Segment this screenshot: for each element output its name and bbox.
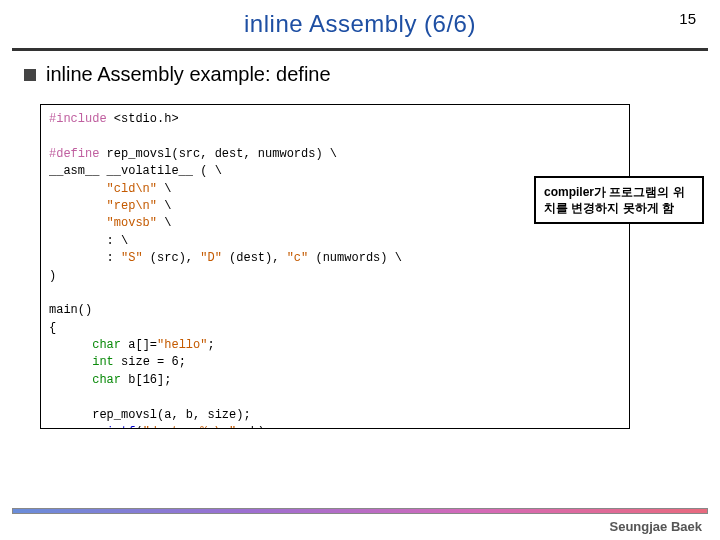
code-token: char xyxy=(92,373,121,387)
code-token: a[]= xyxy=(121,338,157,352)
code-token: : xyxy=(49,234,121,248)
header-rule xyxy=(12,48,708,51)
code-token xyxy=(49,355,92,369)
code-token: <stdio.h> xyxy=(107,112,179,126)
author-name: Seungjae Baek xyxy=(610,519,703,534)
code-token: \ xyxy=(395,251,402,265)
code-token: \ xyxy=(157,182,171,196)
code-box: #include <stdio.h> #define rep_movsl(src… xyxy=(40,104,630,429)
code-token: : xyxy=(49,251,121,265)
code-token: \ xyxy=(157,199,171,213)
code-token: ( xyxy=(135,425,142,429)
code-token: int xyxy=(92,355,114,369)
code-token: __asm__ __volatile__ ( xyxy=(49,164,215,178)
code-token xyxy=(49,373,92,387)
bullet-text: inline Assembly example: define xyxy=(46,63,331,86)
code-token: "hello" xyxy=(157,338,207,352)
callout-box: compiler가 프로그램의 위치를 변경하지 못하게 함 xyxy=(534,176,704,224)
code-token: , b); xyxy=(236,425,272,429)
code-token: "D" xyxy=(200,251,222,265)
code-line: ) xyxy=(49,269,56,283)
slide-title: inline Assembly (6/6) xyxy=(0,0,720,38)
code-token: "cld\n" xyxy=(107,182,157,196)
code-token: printf xyxy=(92,425,135,429)
code-token: \ xyxy=(157,216,171,230)
page-number: 15 xyxy=(679,10,696,27)
slide: inline Assembly (6/6) 15 inline Assembly… xyxy=(0,0,720,540)
code-line: rep_movsl(a, b, size); xyxy=(49,408,251,422)
callout-text: compiler가 프로그램의 위치를 변경하지 못하게 함 xyxy=(544,185,685,215)
code-token: \ xyxy=(121,234,128,248)
code-token xyxy=(49,425,92,429)
code-token xyxy=(49,199,107,213)
code-token: ; xyxy=(207,338,214,352)
code-token: #define xyxy=(49,147,99,161)
code-token: (dest), xyxy=(222,251,287,265)
code-token xyxy=(49,338,92,352)
code-token: char xyxy=(92,338,121,352)
code-token: "dest = %s\n" xyxy=(143,425,237,429)
code-token: #include xyxy=(49,112,107,126)
code-line: { xyxy=(49,321,56,335)
bullet-row: inline Assembly example: define xyxy=(24,63,720,86)
code-token: (src), xyxy=(143,251,201,265)
code-token: \ xyxy=(215,164,222,178)
code-token: "rep\n" xyxy=(107,199,157,213)
code-line: main() xyxy=(49,303,92,317)
footer-gradient-bar xyxy=(12,508,708,514)
code-token: "movsb" xyxy=(107,216,157,230)
code-token: rep_movsl(src, dest, numwords) \ xyxy=(99,147,337,161)
code-token: (numwords) xyxy=(308,251,394,265)
square-bullet-icon xyxy=(24,69,36,81)
slide-header: inline Assembly (6/6) 15 xyxy=(0,0,720,48)
code-token: "S" xyxy=(121,251,143,265)
code-token xyxy=(49,216,107,230)
code-token: "c" xyxy=(287,251,309,265)
code-area: #include <stdio.h> #define rep_movsl(src… xyxy=(40,104,720,429)
code-token: b[16]; xyxy=(121,373,171,387)
code-token xyxy=(49,182,107,196)
code-token: size = 6; xyxy=(114,355,186,369)
